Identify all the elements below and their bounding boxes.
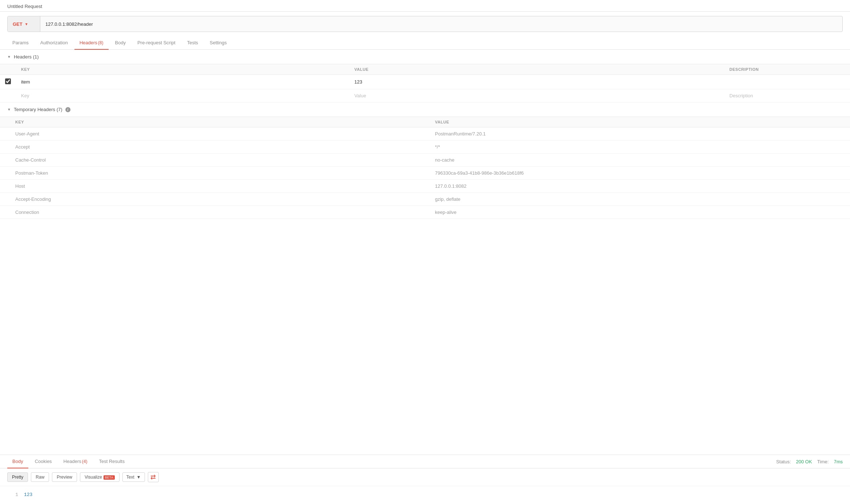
temp-value-cell: no-cache [430,154,850,167]
headers-chevron: ▼ [7,55,11,59]
empty-key: Key [16,89,349,102]
title-bar: Untitled Request [0,0,850,12]
url-bar: GET ▼ [7,16,843,32]
col-header-description: DESCRIPTION [724,64,850,75]
temp-value-cell: 127.0.0.1:8082 [430,180,850,193]
response-tab-cookies[interactable]: Cookies [30,455,57,468]
table-row-empty: Key Value Description [0,89,850,102]
table-row: User-Agent PostmanRuntime/7.20.1 [0,127,850,141]
temp-key-cell: Accept [10,141,430,154]
empty-desc: Description [724,89,850,102]
headers-section-title: Headers (1) [14,54,39,60]
temp-col-value: VALUE [430,117,850,127]
view-btn-preview[interactable]: Preview [52,472,77,482]
format-chevron: ▼ [137,475,141,480]
temp-value-cell: */* [430,141,850,154]
response-line-content: 123 [24,492,32,497]
col-header-key: KEY [16,64,349,75]
status-value: 200 OK [796,459,812,464]
empty-value: Value [349,89,724,102]
info-icon[interactable]: i [65,107,70,112]
temp-key-cell: User-Agent [10,127,430,141]
temp-value-cell: PostmanRuntime/7.20.1 [430,127,850,141]
headers-section: ▼ Headers (1) KEY VALUE DESCRIPTION i [0,50,850,455]
temp-key-cell: Accept-Encoding [10,193,430,206]
tab-pre-request-script[interactable]: Pre-request Script [132,36,181,50]
headers-section-header[interactable]: ▼ Headers (1) [0,50,850,64]
row-value-cell: 123 [349,75,724,89]
temp-headers-section-header[interactable]: ▼ Temporary Headers (7) i [0,102,850,117]
temp-key-cell: Connection [10,206,430,219]
tab-params[interactable]: Params [7,36,34,50]
tab-settings[interactable]: Settings [205,36,232,50]
temp-key-cell: Postman-Token [10,167,430,180]
time-label: Time: [817,459,829,464]
beta-badge: BETA [104,475,115,480]
tab-body[interactable]: Body [110,36,131,50]
temp-value-cell: 796330ca-69a3-41b8-986e-3b36e1b618f6 [430,167,850,180]
temp-key-cell: Cache-Control [10,154,430,167]
temp-headers-table: KEY VALUE User-Agent PostmanRuntime/7.20… [0,117,850,219]
time-value: 7ms [834,459,843,464]
request-tabs: Params Authorization Headers(8) Body Pre… [0,36,850,50]
method-label: GET [13,21,23,27]
format-dropdown[interactable]: Text ▼ [122,472,145,482]
view-btn-raw[interactable]: Raw [31,472,49,482]
response-tab-test-results[interactable]: Test Results [94,455,130,468]
table-row: Postman-Token 796330ca-69a3-41b8-986e-3b… [0,167,850,180]
table-row: item 123 [0,75,850,89]
temp-headers-title: Temporary Headers (7) [14,107,62,112]
row-key-cell: item [16,75,349,89]
temp-value-cell: gzip, deflate [430,193,850,206]
method-dropdown[interactable]: GET ▼ [8,16,40,32]
headers-table: KEY VALUE DESCRIPTION item 123 [0,64,850,102]
tab-tests[interactable]: Tests [182,36,203,50]
line-number: 1 [7,491,18,499]
table-row: Accept */* [0,141,850,154]
col-header-value: VALUE [349,64,724,75]
table-row: Cache-Control no-cache [0,154,850,167]
tab-authorization[interactable]: Authorization [35,36,73,50]
response-tabs: Body Cookies Headers(4) Test Results Sta… [0,455,850,468]
table-row: Accept-Encoding gzip, deflate [0,193,850,206]
status-label: Status: [776,459,791,464]
response-meta: Status: 200 OK Time: 7ms [776,459,843,464]
app-container: Untitled Request GET ▼ Params Authorizat… [0,0,850,504]
table-row: Host 127.0.0.1:8082 [0,180,850,193]
url-input[interactable] [40,16,842,32]
row-checkbox-cell [0,75,16,89]
temp-key-cell: Host [10,180,430,193]
page-title: Untitled Request [7,4,843,9]
temp-headers-chevron: ▼ [7,107,11,111]
response-tab-body[interactable]: Body [7,455,28,468]
row-desc-cell [724,75,850,89]
table-row: Connection keep-alive [0,206,850,219]
temp-value-cell: keep-alive [430,206,850,219]
view-btn-visualize[interactable]: VisualizeBETA [80,472,120,482]
wrap-button[interactable]: ⇄ [148,472,159,482]
col-header-checkbox [0,64,16,75]
response-toolbar: Pretty Raw Preview VisualizeBETA Text ▼ … [0,468,850,486]
temp-col-key: KEY [10,117,430,127]
view-btn-pretty[interactable]: Pretty [7,472,28,482]
method-chevron: ▼ [25,22,28,26]
response-tab-headers[interactable]: Headers(4) [58,455,93,468]
tab-headers[interactable]: Headers(8) [74,36,109,50]
response-section: Body Cookies Headers(4) Test Results Sta… [0,455,850,504]
temp-col-checkbox [0,117,10,127]
row-checkbox[interactable] [5,78,11,84]
response-body: 1123 [0,486,850,504]
